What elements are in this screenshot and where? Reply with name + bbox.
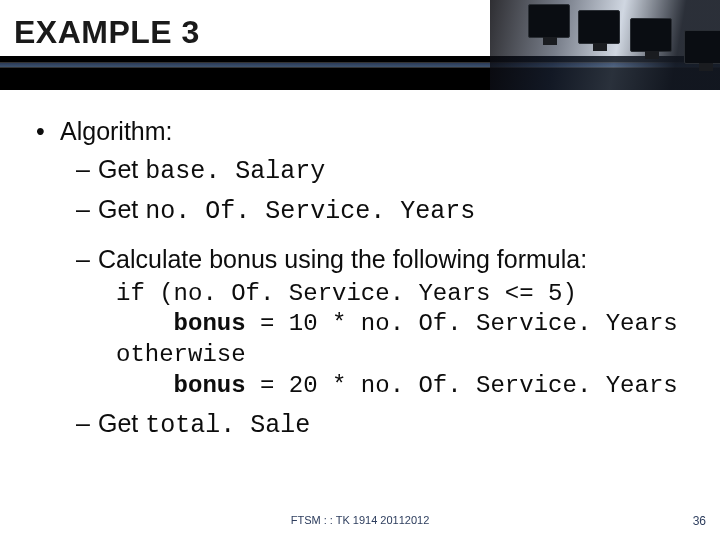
code-totalsale: total. Sale — [145, 411, 310, 440]
footer-text: FTSM : : TK 1914 20112012 — [291, 514, 430, 526]
dash-icon: – — [76, 153, 98, 189]
pseudocode-block: if (no. Of. Service. Years <= 5) bonus =… — [116, 279, 690, 402]
code-basesalary: base. Salary — [145, 157, 325, 186]
sub-get-basesalary: – Get base. Salary — [76, 153, 690, 189]
content-area: • Algorithm: – Get base. Salary – Get no… — [36, 116, 690, 443]
bullet-algorithm: • Algorithm: — [36, 116, 690, 147]
dash-icon: – — [76, 193, 98, 229]
page-number: 36 — [693, 514, 706, 528]
sub-bullets: – Get base. Salary – Get no. Of. Service… — [76, 153, 690, 443]
header-photo — [490, 0, 720, 90]
code-line-2: = 10 * no. Of. Service. Years — [246, 310, 678, 337]
bullet-algorithm-label: Algorithm: — [60, 116, 173, 147]
get-prefix: Get — [98, 409, 145, 437]
title-bar: EXAMPLE 3 — [0, 0, 720, 90]
calculate-text: Calculate bonus using the following form… — [98, 243, 587, 277]
code-line-4: = 20 * no. Of. Service. Years — [246, 372, 678, 399]
get-prefix: Get — [98, 155, 145, 183]
sub-get-serviceyears: – Get no. Of. Service. Years — [76, 193, 690, 229]
dash-icon: – — [76, 407, 98, 443]
code-bonus-kw: bonus — [174, 372, 246, 399]
sub-get-totalsale: – Get total. Sale — [76, 407, 690, 443]
bullet-dot-icon: • — [36, 116, 60, 147]
code-line-1: if (no. Of. Service. Years <= 5) — [116, 280, 577, 307]
code-line-3: otherwise — [116, 341, 246, 368]
dash-icon: – — [76, 243, 98, 277]
sub-calculate: – Calculate bonus using the following fo… — [76, 243, 690, 277]
code-serviceyears: no. Of. Service. Years — [145, 197, 475, 226]
code-bonus-kw: bonus — [174, 310, 246, 337]
get-prefix: Get — [98, 195, 145, 223]
slide-title: EXAMPLE 3 — [14, 14, 200, 51]
